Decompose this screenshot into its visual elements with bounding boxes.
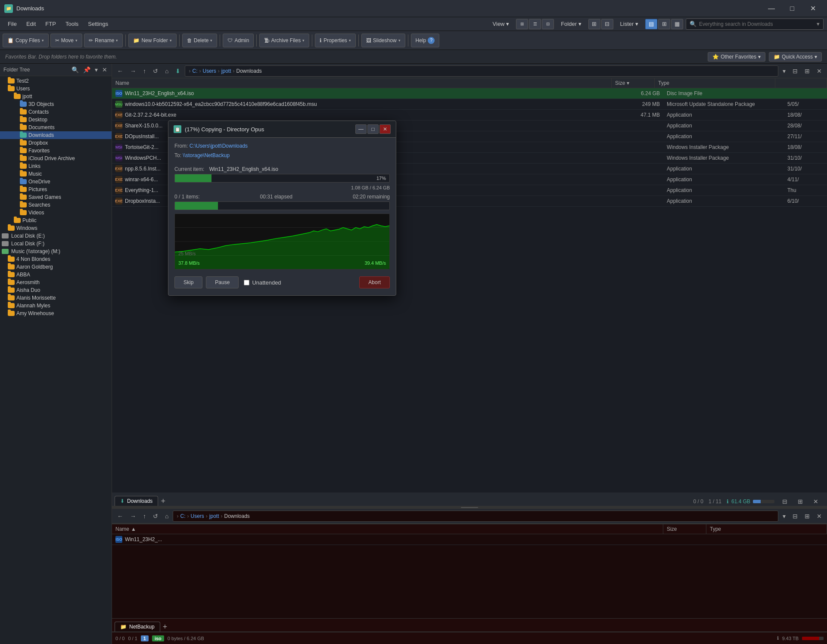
skip-button[interactable]: Skip xyxy=(174,276,202,288)
table-row[interactable]: ISO Win11_23H2_... xyxy=(112,534,827,545)
sidebar-item-icloud[interactable]: iCloud Drive Archive xyxy=(0,155,112,162)
sidebar-item-saved-games[interactable]: Saved Games xyxy=(0,193,112,201)
slideshow-button[interactable]: 🖼 Slideshow ▾ xyxy=(361,34,405,47)
col-header-type[interactable]: Type xyxy=(655,78,775,88)
lister-btn-2[interactable]: ⊞ xyxy=(658,19,670,29)
up-button[interactable]: ↑ xyxy=(140,67,149,75)
lower-up-button[interactable]: ↑ xyxy=(140,512,149,520)
path-segment-c[interactable]: C: xyxy=(192,68,197,74)
path-segment-users[interactable]: Users xyxy=(202,68,216,74)
sidebar-item-alanis-morissette[interactable]: Alanis Morissette xyxy=(0,294,112,302)
table-row[interactable]: ISO Win11_23H2_English_x64.iso 6.24 GB D… xyxy=(112,88,827,99)
sidebar-item-aisha-duo[interactable]: Aisha Duo xyxy=(0,286,112,294)
delete-button[interactable]: 🗑 Delete ▾ xyxy=(182,34,218,47)
archive-files-button[interactable]: 🗜 Archive Files ▾ xyxy=(259,34,309,47)
lower-forward-button[interactable]: → xyxy=(127,512,139,520)
sidebar-search-icon[interactable]: 🔍 xyxy=(71,65,80,74)
sidebar-item-documents[interactable]: Documents xyxy=(0,124,112,131)
lower-path-segment-users[interactable]: Users xyxy=(190,513,204,519)
sidebar-item-onedrive[interactable]: OneDrive xyxy=(0,178,112,186)
menu-folder[interactable]: Folder ▾ xyxy=(557,19,585,29)
lower-addr-close-btn[interactable]: ✕ xyxy=(814,512,824,520)
copy-files-button[interactable]: 📋 Copy Files ▾ xyxy=(3,34,49,47)
sidebar-close-icon[interactable]: ✕ xyxy=(101,65,108,74)
properties-button[interactable]: ℹ Properties ▾ xyxy=(315,34,356,47)
download-icon[interactable]: ⬇ xyxy=(173,67,183,75)
view-btn-1[interactable]: ⊞ xyxy=(516,19,528,29)
search-dropdown-icon[interactable]: ▾ xyxy=(817,21,820,27)
other-favorites-button[interactable]: ⭐ Other Favorites ▾ xyxy=(708,52,765,62)
minimize-button[interactable]: — xyxy=(762,2,781,15)
upper-pane-btn-1[interactable]: ⊟ xyxy=(780,497,790,506)
forward-button[interactable]: → xyxy=(127,67,139,75)
home-button[interactable]: ⌂ xyxy=(162,67,171,75)
lower-addr-split-btn-1[interactable]: ⊟ xyxy=(790,512,800,520)
sidebar-item-videos[interactable]: Videos xyxy=(0,209,112,217)
menu-view[interactable]: View ▾ xyxy=(488,19,514,29)
sidebar-item-drive-f[interactable]: Local Disk (F:) xyxy=(0,240,112,248)
sidebar-item-drive-m[interactable]: Music (\\storage) (M:) xyxy=(0,248,112,255)
sidebar-item-amy-winehouse[interactable]: Amy Winehouse xyxy=(0,310,112,317)
lower-col-header-type[interactable]: Type xyxy=(706,524,827,534)
upper-pane-btn-2[interactable]: ⊞ xyxy=(795,497,805,506)
folder-btn-1[interactable]: ⊞ xyxy=(588,19,600,29)
sidebar-chevron-icon[interactable]: ▾ xyxy=(94,65,99,74)
maximize-button[interactable]: □ xyxy=(782,2,802,15)
col-header-name[interactable]: Name xyxy=(112,78,612,88)
sidebar-item-contacts[interactable]: Contacts xyxy=(0,108,112,116)
lower-path-segment-c[interactable]: C: xyxy=(180,513,185,519)
address-path[interactable]: › C: › Users › jpott › Downloads xyxy=(185,65,778,77)
lower-refresh-button[interactable]: ↺ xyxy=(150,512,161,520)
refresh-button[interactable]: ↺ xyxy=(150,67,161,75)
path-segment-downloads[interactable]: Downloads xyxy=(236,68,262,74)
lower-back-button[interactable]: ← xyxy=(115,512,126,520)
lower-home-button[interactable]: ⌂ xyxy=(162,512,171,520)
abort-button[interactable]: Abort xyxy=(359,276,390,288)
view-btn-2[interactable]: ☰ xyxy=(529,19,541,29)
quick-access-button[interactable]: 📁 Quick Access ▾ xyxy=(769,52,822,62)
sidebar-item-public[interactable]: Public xyxy=(0,217,112,224)
sidebar-item-test2[interactable]: Test2 xyxy=(0,77,112,85)
pause-button[interactable]: Pause xyxy=(206,276,239,288)
table-row[interactable]: EXE Git-2.37.2.2-64-bit.exe 47.1 MB Appl… xyxy=(112,110,827,121)
folder-btn-2[interactable]: ⊟ xyxy=(601,19,613,29)
sidebar-item-pictures[interactable]: Pictures xyxy=(0,186,112,193)
addr-dropdown-btn[interactable]: ▾ xyxy=(780,67,788,75)
lower-col-header-name[interactable]: Name ▲ xyxy=(112,524,663,534)
menu-edit[interactable]: Edit xyxy=(22,19,40,29)
sidebar-item-downloads[interactable]: Downloads xyxy=(0,131,112,139)
sidebar-item-alannah-myles[interactable]: Alannah Myles xyxy=(0,302,112,310)
sidebar-item-3d-objects[interactable]: 3D Objects xyxy=(0,100,112,108)
addr-split-btn-2[interactable]: ⊞ xyxy=(802,67,812,75)
tab-netbackup[interactable]: 📁 NetBackup xyxy=(115,622,160,632)
addr-close-btn[interactable]: ✕ xyxy=(814,67,824,75)
dialog-maximize-button[interactable]: □ xyxy=(367,124,379,134)
unattended-checkbox[interactable] xyxy=(244,280,249,285)
back-button[interactable]: ← xyxy=(115,67,126,75)
sidebar-item-desktop[interactable]: Desktop xyxy=(0,116,112,124)
addr-split-btn-1[interactable]: ⊟ xyxy=(790,67,800,75)
upper-pane-btn-3[interactable]: ✕ xyxy=(811,497,821,506)
lower-path-segment-downloads[interactable]: Downloads xyxy=(224,513,250,519)
path-segment-jpott[interactable]: jpott xyxy=(221,68,231,74)
menu-file[interactable]: File xyxy=(3,19,21,29)
sidebar-item-4-non-blondes[interactable]: 4 Non Blondes xyxy=(0,255,112,263)
lower-add-tab-button[interactable]: + xyxy=(161,622,169,632)
copy-dialog[interactable]: 📋 (17%) Copying - Directory Opus — □ ✕ F… xyxy=(168,121,396,296)
search-input[interactable] xyxy=(699,21,814,27)
sidebar-item-searches[interactable]: Searches xyxy=(0,201,112,209)
col-header-date[interactable] xyxy=(775,78,827,88)
help-button[interactable]: Help ? xyxy=(411,34,440,47)
dialog-minimize-button[interactable]: — xyxy=(355,124,367,134)
add-tab-button[interactable]: + xyxy=(159,497,167,506)
sidebar-item-users[interactable]: Users xyxy=(0,85,112,93)
move-button[interactable]: ✂ Move ▾ xyxy=(50,34,82,47)
admin-button[interactable]: 🛡 Admin xyxy=(223,34,254,47)
lister-btn-1[interactable]: ▤ xyxy=(645,19,657,29)
menu-settings[interactable]: Settings xyxy=(84,19,112,29)
lower-address-path[interactable]: › C: › Users › jpott › Downloads xyxy=(173,511,778,522)
lower-path-segment-jpott[interactable]: jpott xyxy=(209,513,219,519)
sidebar-item-favorites[interactable]: Favorites xyxy=(0,147,112,155)
new-folder-button[interactable]: 📁 New Folder ▾ xyxy=(128,34,176,47)
sidebar-item-drive-e[interactable]: Local Disk (E:) xyxy=(0,232,112,240)
